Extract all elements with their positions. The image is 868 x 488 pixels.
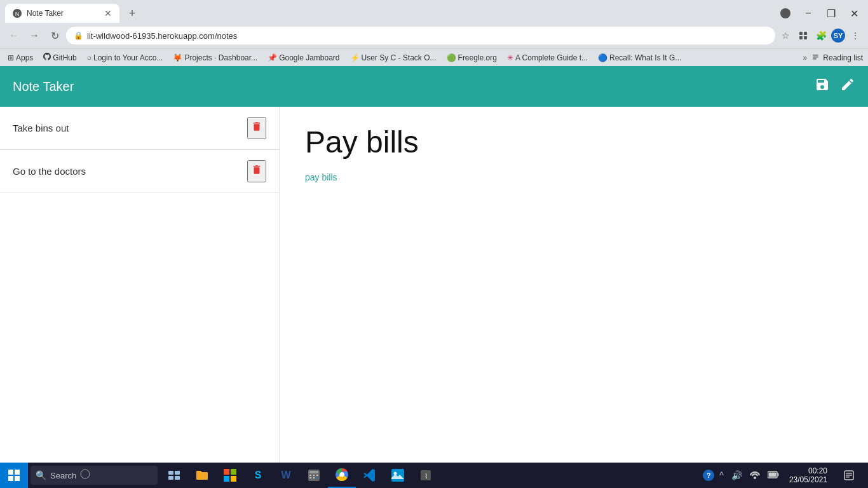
note-item-2-delete-button[interactable]	[247, 160, 266, 182]
taskbar-word[interactable]: W	[272, 463, 300, 488]
svg-point-38	[754, 477, 756, 479]
forward-button[interactable]: →	[25, 27, 43, 44]
lock-icon: 🔒	[74, 31, 83, 40]
new-tab-button[interactable]: +	[123, 4, 141, 22]
bookmark-recall[interactable]: 🔵 Recall: What Is It G...	[595, 52, 684, 64]
edit-button[interactable]	[840, 77, 855, 96]
network-icon[interactable]	[747, 469, 763, 482]
svg-rect-6	[804, 36, 807, 39]
taskbar-search-box[interactable]: 🔍 Search	[31, 466, 158, 485]
github-icon	[43, 53, 51, 62]
taskbar-calculator[interactable]	[300, 463, 328, 488]
speaker-icon[interactable]: 🔊	[729, 469, 745, 482]
help-icon[interactable]: ?	[703, 470, 714, 481]
bookmark-star-button[interactable]: ☆	[778, 28, 793, 43]
close-window-button[interactable]: ✕	[845, 4, 863, 22]
svg-rect-13	[15, 476, 20, 481]
time-display: 00:20	[789, 466, 827, 475]
notification-center-button[interactable]	[835, 463, 863, 488]
taskbar-search-text: Search	[50, 471, 76, 480]
reading-list-button[interactable]: Reading list	[812, 53, 863, 62]
window-controls: − ❐ ✕	[776, 4, 863, 22]
menu-button[interactable]: ⋮	[848, 28, 863, 43]
jamboard-icon: 📌	[268, 53, 277, 62]
address-bar: ← → ↻ 🔒 lit-wildwood-61935.herokuapp.com…	[0, 23, 868, 48]
save-button[interactable]	[815, 77, 830, 96]
freegle-icon: 🟢	[447, 53, 456, 62]
svg-rect-9	[813, 58, 817, 60]
refresh-button[interactable]: ↻	[46, 27, 64, 44]
chevron-icon[interactable]: ^	[717, 469, 726, 482]
reading-list-label: Reading list	[823, 53, 863, 62]
taskbar-task-view[interactable]	[160, 463, 188, 488]
back-button[interactable]: ←	[5, 27, 23, 44]
notes-sidebar: Take bins out Go to the doctors	[0, 107, 280, 463]
bookmark-jamboard-label: Google Jamboard	[279, 53, 339, 62]
taskbar-vscode[interactable]	[356, 463, 384, 488]
note-item-1[interactable]: Take bins out	[0, 107, 279, 150]
svg-rect-28	[309, 477, 311, 478]
svg-text:⌇: ⌇	[424, 472, 428, 480]
svg-rect-43	[846, 473, 852, 474]
active-tab[interactable]: N Note Taker ✕	[5, 4, 119, 23]
svg-rect-29	[313, 477, 315, 478]
svg-rect-20	[231, 469, 236, 475]
note-item-1-delete-button[interactable]	[247, 117, 266, 139]
taskbar-search-icon: 🔍	[36, 470, 46, 480]
start-button[interactable]	[0, 463, 28, 488]
app-title: Note Taker	[13, 79, 815, 94]
taskbar-chrome[interactable]	[328, 463, 356, 488]
date-display: 23/05/2021	[789, 475, 827, 484]
tab-close-button[interactable]: ✕	[104, 8, 112, 18]
taskbar-photos[interactable]	[384, 463, 412, 488]
taskbar-unknown-app[interactable]: ⌇	[412, 463, 440, 488]
bookmark-apps-label: Apps	[16, 53, 33, 62]
taskbar-skype[interactable]: S	[244, 463, 272, 488]
svg-rect-17	[168, 476, 173, 480]
taskbar-file-explorer[interactable]	[188, 463, 216, 488]
svg-rect-10	[8, 470, 13, 475]
battery-icon[interactable]	[765, 469, 782, 482]
taskbar-store[interactable]	[216, 463, 244, 488]
bookmark-stackoverflow[interactable]: ⚡ User Sy C - Stack O...	[348, 52, 439, 64]
profile-avatar[interactable]: SY	[831, 29, 845, 43]
bookmark-github[interactable]: GitHub	[41, 51, 79, 64]
bookmark-freegle-label: Freegle.org	[458, 53, 497, 62]
svg-rect-24	[309, 471, 318, 473]
bookmark-projects-label: Projects · Dashboar...	[184, 53, 257, 62]
svg-rect-22	[231, 476, 236, 482]
bookmark-login-label: Login to Your Acco...	[93, 53, 163, 62]
bookmark-freegle[interactable]: 🟢 Freegle.org	[444, 52, 499, 64]
note-title: Pay bills	[305, 126, 843, 159]
note-body: pay bills	[305, 172, 843, 182]
taskbar-apps: S W ⌇	[160, 463, 440, 488]
svg-point-14	[81, 470, 90, 478]
more-bookmarks-button[interactable]: »	[803, 53, 808, 62]
note-item-2[interactable]: Go to the doctors	[0, 150, 279, 193]
bookmark-guide-label: A Complete Guide t...	[515, 53, 588, 62]
maximize-button[interactable]: ❐	[822, 4, 840, 22]
cortana-icon	[80, 469, 90, 482]
extensions-puzzle-button[interactable]: 🧩	[813, 28, 829, 43]
bookmarks-bar: ⊞ Apps GitHub ○ Login to Your Acco... 🦊 …	[0, 48, 868, 66]
bookmark-apps[interactable]: ⊞ Apps	[5, 52, 36, 64]
tab-bar: N Note Taker ✕ + − ❐ ✕	[0, 0, 868, 23]
stackoverflow-icon: ⚡	[350, 53, 360, 62]
svg-rect-41	[768, 473, 776, 477]
bookmark-guide[interactable]: ✳ A Complete Guide t...	[505, 52, 590, 64]
projects-icon: 🦊	[173, 53, 182, 62]
app-header: Note Taker	[0, 66, 868, 107]
bookmark-login[interactable]: ○ Login to Your Acco...	[85, 52, 166, 64]
svg-rect-27	[316, 475, 318, 476]
svg-rect-4	[804, 32, 807, 35]
address-actions: ☆ 🧩 SY ⋮	[778, 28, 863, 43]
url-bar[interactable]: 🔒 lit-wildwood-61935.herokuapp.com/notes	[66, 27, 775, 44]
recall-icon: 🔵	[598, 53, 607, 62]
header-actions	[815, 77, 855, 96]
minimize-button[interactable]: −	[799, 4, 817, 22]
bookmark-projects[interactable]: 🦊 Projects · Dashboar...	[170, 52, 260, 64]
taskbar-clock[interactable]: 00:20 23/05/2021	[784, 466, 832, 484]
bookmark-jamboard[interactable]: 📌 Google Jamboard	[265, 52, 342, 64]
svg-rect-34	[391, 469, 404, 482]
extension-button[interactable]	[796, 28, 811, 43]
